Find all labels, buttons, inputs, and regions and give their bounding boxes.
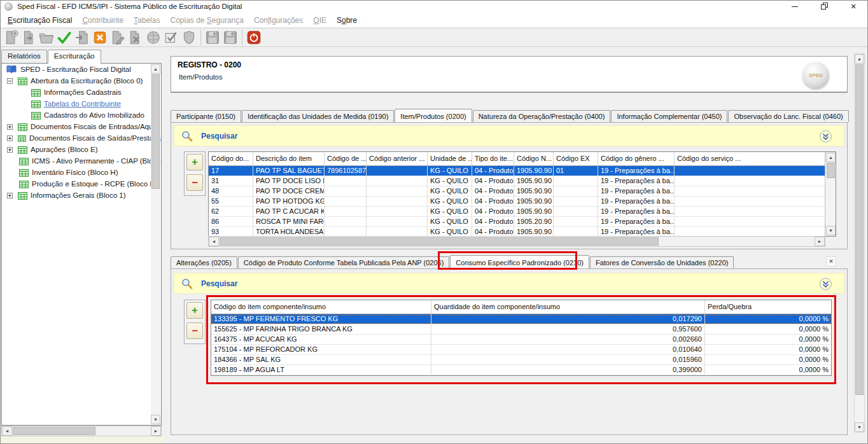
scroll-up-icon[interactable]: ▲ <box>151 64 160 74</box>
column-header[interactable]: Unidade de ... <box>428 152 472 165</box>
delete-record-icon[interactable] <box>127 29 144 46</box>
tree-item-producao-estoque[interactable]: Produção e Estoque - RCPE (Bloco K) <box>2 178 161 190</box>
table-row[interactable]: 86 ROSCA TP MINI FAROFA KG KG - QUILO 04… <box>209 217 825 227</box>
tab-relatorios[interactable]: Relatórios <box>1 50 47 63</box>
tree-horizontal-scrollbar[interactable]: ◄ ► <box>1 426 162 436</box>
tree-vertical-scrollbar[interactable]: ▲ ▼ <box>151 64 160 424</box>
search-bar[interactable]: Pesquisar <box>174 273 844 294</box>
scroll-right-icon[interactable]: ► <box>815 237 825 246</box>
tree-item-docs-entradas[interactable]: Documentos Fiscais de Entradas/Aquisi <box>2 121 161 132</box>
tab-unidades-medida-0190[interactable]: Identificação das Unidades de Medida (01… <box>242 110 394 122</box>
tree-item-cadastros-ativo[interactable]: Cadastros do Ativo Imobilizado <box>2 109 161 121</box>
tree-item-docs-saidas[interactable]: Documentos Fiscais de Saídas/Prestaçã <box>2 132 161 144</box>
delete-orange-x-icon[interactable] <box>92 29 108 46</box>
table-row[interactable]: 164375 - MP ACUCAR KG 0,002660 0,0000 % <box>211 335 831 345</box>
expand-icon[interactable] <box>7 147 13 153</box>
save-icon[interactable] <box>204 29 221 46</box>
chevron-double-down-icon[interactable] <box>819 277 832 291</box>
tab-participante-0150[interactable]: Participante (0150) <box>171 110 241 122</box>
add-row-button[interactable]: + <box>186 154 203 170</box>
scroll-down-icon[interactable]: ▼ <box>855 422 864 432</box>
tree-root[interactable]: SPED - Escrituração Fiscal Digital <box>2 64 161 75</box>
validate-check-icon[interactable] <box>56 29 73 46</box>
tree-item-tabelas-contribuinte[interactable]: Tabelas do Contribuinte <box>2 98 161 109</box>
table-row[interactable]: 48 PAO TP DOCE CREME KG KG - QUILO 04 - … <box>209 186 825 197</box>
remove-row-button[interactable]: − <box>186 174 203 191</box>
scroll-up-icon[interactable]: ▲ <box>855 54 864 64</box>
menu-escrituracao-fiscal[interactable]: Escrituração Fiscal <box>3 14 77 27</box>
column-header[interactable]: Código do serviço ... <box>675 152 825 165</box>
main-vertical-scrollbar[interactable]: ▲ ▼ <box>854 53 865 433</box>
column-header[interactable]: Tipo do ite... <box>472 152 514 165</box>
expand-icon[interactable] <box>7 135 13 141</box>
table-row[interactable]: 175104 - MP REFORCADOR KG 0,010640 0,000… <box>211 345 831 355</box>
scrollbar-thumb[interactable] <box>827 163 835 178</box>
close-detail-tab-button[interactable]: ✕ <box>826 256 836 267</box>
column-header[interactable]: Código N... <box>514 152 554 165</box>
scrollbar-thumb[interactable] <box>855 64 864 395</box>
scrollbar-thumb[interactable] <box>220 237 659 246</box>
search-bar[interactable]: Pesquisar <box>174 125 844 146</box>
open-folder-icon[interactable] <box>38 29 55 46</box>
scroll-right-icon[interactable]: ► <box>151 426 161 436</box>
tree-item-informacoes-gerais[interactable]: Informações Gerais (Bloco 1) <box>2 190 161 201</box>
tree-item-icms-ciap[interactable]: ICMS - Ativo Permanente - CIAP (Bloco <box>2 155 161 167</box>
shield-icon[interactable] <box>181 29 197 46</box>
import-file-icon[interactable] <box>74 29 90 46</box>
tab-fatores-conversao-0220[interactable]: Fatores de Conversão de Unidades (0220) <box>590 256 734 268</box>
table-row[interactable]: 93 TORTA HOLANDESA KG TP KG - QUILO 04 -… <box>209 227 825 236</box>
globe-icon[interactable] <box>145 29 162 46</box>
menu-sobre[interactable]: Sobre <box>332 14 362 27</box>
minimize-button[interactable] <box>780 0 809 13</box>
exit-power-icon[interactable] <box>246 29 262 46</box>
scrollbar-thumb[interactable] <box>13 427 95 435</box>
items-table-horizontal-scrollbar[interactable]: ◄ ► <box>208 236 825 247</box>
confirm-record-icon[interactable] <box>163 29 179 46</box>
scrollbar-thumb[interactable] <box>151 74 160 189</box>
expand-icon[interactable] <box>7 124 13 130</box>
tree-item-inventario[interactable]: Inventário Físico (Bloco H) <box>2 167 161 178</box>
close-button[interactable]: ✕ <box>839 0 868 13</box>
tab-informacao-complementar-0450[interactable]: Informação Complementar (0450) <box>611 110 727 122</box>
edit-record-icon[interactable] <box>109 29 126 46</box>
menu-tabelas[interactable]: Tabelas <box>129 14 165 27</box>
column-header[interactable]: Código do... <box>209 152 253 165</box>
new-record-icon[interactable] <box>3 29 19 46</box>
column-header[interactable]: Descrição do item <box>253 152 325 165</box>
tree-item-informacoes-cadastrais[interactable]: Informações Cadastrais <box>2 87 161 98</box>
menu-oie[interactable]: OIE <box>308 14 332 27</box>
table-row[interactable]: 198189 - MP AGUA LT 0,399000 0,0000 % <box>211 365 831 375</box>
scroll-down-icon[interactable]: ▼ <box>151 415 160 424</box>
add-row-button[interactable]: + <box>186 302 203 319</box>
table-row[interactable]: 155625 - MP FARINHA TRIGO BRANCA KG 0,95… <box>211 324 831 335</box>
tab-escrituracao[interactable]: Escrituração <box>48 50 101 64</box>
menu-copias-seguranca[interactable]: Cópias de Segurança <box>165 14 248 27</box>
tab-observacao-lanc-fiscal-0460[interactable]: Observação do Lanc. Fiscal (0460) <box>728 110 848 122</box>
tab-natureza-operacao-0400[interactable]: Natureza da Operação/Prestação (0400) <box>473 110 611 122</box>
scroll-up-icon[interactable]: ▲ <box>826 153 836 162</box>
column-header[interactable]: Código anterior ... <box>367 152 428 165</box>
column-header[interactable]: Código EX <box>554 152 598 165</box>
scroll-down-icon[interactable]: ▼ <box>826 226 836 235</box>
table-row[interactable]: 17 PAO TP SAL BAGUETINHA KG 7896102587..… <box>209 166 825 176</box>
scroll-left-icon[interactable]: ◄ <box>209 237 219 246</box>
open-record-icon[interactable] <box>20 29 37 46</box>
table-row[interactable]: 55 PAO TP HOTDOG KG KG - QUILO 04 - Prod… <box>209 197 825 207</box>
restore-button[interactable] <box>809 0 839 13</box>
chevron-double-down-icon[interactable] <box>819 130 832 143</box>
remove-row-button[interactable]: − <box>186 323 203 339</box>
column-header[interactable]: Perda/Quebra <box>705 300 831 314</box>
tree-item-apuracoes[interactable]: Apurações (Bloco E) <box>2 144 161 155</box>
menu-contribuinte[interactable]: Contribuinte <box>77 14 129 27</box>
table-row[interactable]: 133395 - MP FERMENTO FRESCO KG 0,017290 … <box>211 314 831 324</box>
tab-consumo-especifico-0210[interactable]: Consumo Específico Padronizado (0210) <box>450 255 589 268</box>
column-header[interactable]: Código do gênero ... <box>598 152 675 165</box>
tab-alteracoes-0205[interactable]: Alterações (0205) <box>171 256 237 268</box>
tab-produto-anp-0206[interactable]: Código de Produto Conforme Tabela Public… <box>238 256 450 268</box>
menu-configuracoes[interactable]: Configurações <box>249 14 308 27</box>
column-header[interactable]: Código do item componente/insumo <box>211 300 431 314</box>
column-header[interactable]: Código de ... <box>325 152 367 165</box>
expand-icon[interactable] <box>7 193 13 198</box>
table-row[interactable]: 31 PAO TP DOCE LISO KG KG - QUILO 04 - P… <box>209 176 825 186</box>
table-row[interactable]: 62 PAO TP C ACUCAR KG KG - QUILO 04 - Pr… <box>209 207 825 217</box>
